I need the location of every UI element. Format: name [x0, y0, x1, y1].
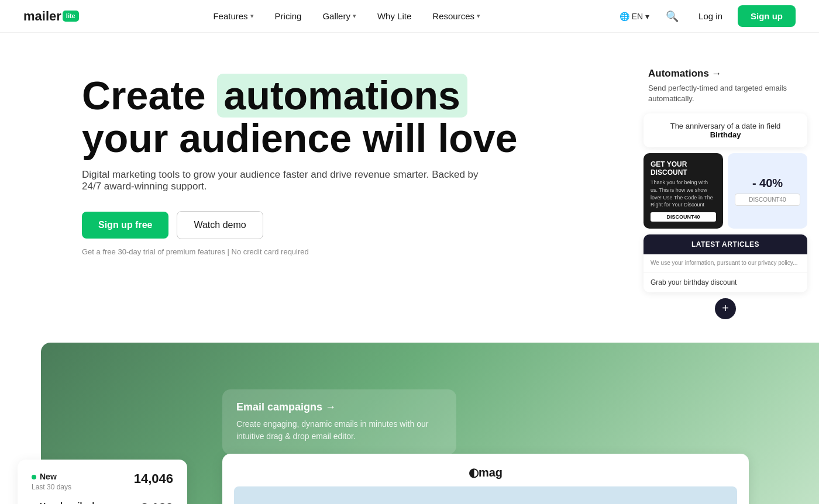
nav-pricing[interactable]: Pricing: [266, 6, 311, 26]
trial-note: Get a free 30-day trial of premium featu…: [82, 247, 620, 256]
signup-button[interactable]: Sign up: [738, 5, 796, 27]
chevron-down-icon: ▾: [645, 12, 649, 21]
unsub-label-group: Unsubscribed Last 30 days: [32, 500, 94, 504]
discount-code-dark: DISCOUNT40: [651, 212, 716, 222]
new-label-group: New Last 30 days: [32, 471, 71, 491]
email-campaigns-card: Email campaigns → Create engaging, dynam…: [222, 389, 456, 454]
email-template-light: - 40% DISCOUNT40: [728, 153, 807, 228]
new-count: 14,046: [134, 471, 173, 486]
page-wrapper: Create automations your audience will lo…: [0, 33, 819, 504]
hero-highlight: automations: [217, 74, 467, 118]
demo-section: Email campaigns → Create engaging, dynam…: [0, 343, 819, 504]
automation-trigger-card: The anniversary of a date in field Birth…: [644, 113, 807, 147]
discount-badge: - 40%: [752, 177, 783, 190]
automations-description: Send perfectly-timed and targeted emails…: [644, 83, 807, 104]
hero-subtext: Digital marketing tools to grow your aud…: [82, 169, 480, 192]
chevron-down-icon: ▾: [250, 12, 254, 20]
nav-features[interactable]: Features ▾: [204, 6, 263, 26]
email-preview-image-content: [234, 486, 737, 504]
unsubscribed-row: Unsubscribed Last 30 days 8,139: [32, 500, 173, 504]
email-preview-image: [234, 486, 737, 504]
nav-right: 🌐 EN ▾ 🔍 Log in Sign up: [615, 5, 796, 27]
email-preview-brand: ◐mag: [234, 465, 737, 479]
unsub-count: 8,139: [141, 500, 173, 504]
articles-item: Grab your birthday discount: [644, 272, 807, 292]
search-icon: 🔍: [666, 11, 679, 22]
add-step-button[interactable]: +: [715, 298, 736, 319]
signup-free-button[interactable]: Sign up free: [82, 212, 168, 239]
discount-code-input: DISCOUNT40: [735, 194, 800, 206]
nav-why-lite[interactable]: Why Lite: [368, 6, 421, 26]
watch-demo-button[interactable]: Watch demo: [177, 211, 263, 239]
hero-headline: Create automations your audience will lo…: [82, 74, 620, 160]
articles-desc: We use your information, pursuant to our…: [644, 254, 807, 272]
navigation: mailer lite Features ▾ Pricing Gallery ▾…: [0, 0, 819, 33]
subscribers-card: New Last 30 days 14,046 Unsubscribed Las…: [18, 460, 187, 504]
search-button[interactable]: 🔍: [661, 6, 683, 26]
logo[interactable]: mailer lite: [23, 9, 79, 24]
new-subscribers-row: New Last 30 days 14,046: [32, 471, 173, 491]
chevron-down-icon: ▾: [477, 12, 480, 20]
hero-buttons: Sign up free Watch demo: [82, 211, 620, 239]
globe-icon: 🌐: [620, 12, 629, 21]
email-template-dark: GET YOUR DISCOUNT Thank you for being wi…: [644, 153, 723, 228]
nav-resources[interactable]: Resources ▾: [423, 6, 490, 26]
logo-badge: lite: [63, 11, 79, 22]
nav-gallery[interactable]: Gallery ▾: [313, 6, 366, 26]
articles-card: LATEST ARTICLES We use your information,…: [644, 234, 807, 292]
new-dot-icon: [32, 475, 36, 479]
automations-panel: Automations → Send perfectly-timed and t…: [644, 68, 807, 319]
email-campaigns-description: Create engaging, dynamic emails in minut…: [236, 418, 442, 443]
logo-text: mailer: [23, 9, 61, 24]
email-template-row: GET YOUR DISCOUNT Thank you for being wi…: [644, 153, 807, 228]
nav-links: Features ▾ Pricing Gallery ▾ Why Lite Re…: [204, 6, 490, 26]
hero-section: Create automations your audience will lo…: [0, 33, 644, 319]
chevron-down-icon: ▾: [353, 12, 356, 20]
email-campaigns-title: Email campaigns →: [236, 401, 442, 413]
articles-header: LATEST ARTICLES: [644, 234, 807, 254]
language-selector[interactable]: 🌐 EN ▾: [615, 8, 654, 25]
automations-title-row: Automations →: [644, 68, 807, 80]
automations-title: Automations →: [648, 68, 722, 79]
email-preview-card: ◐mag: [222, 454, 749, 504]
login-button[interactable]: Log in: [690, 6, 731, 26]
